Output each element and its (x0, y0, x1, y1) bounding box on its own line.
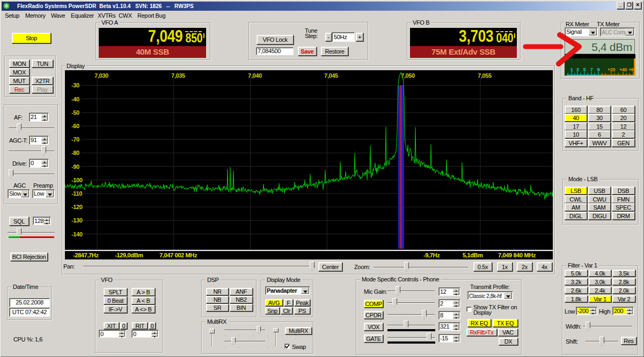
svg-text:-140: -140 (71, 231, 83, 237)
svg-text:-30: -30 (71, 82, 79, 88)
svg-text:-2847,7Hz: -2847,7Hz (73, 252, 99, 258)
svg-text:7,050: 7,050 (401, 72, 415, 79)
svg-text:+6: +6 (628, 67, 634, 72)
svg-text:-40: -40 (71, 96, 79, 102)
svg-text:-90: -90 (71, 163, 79, 170)
svg-text:-70: -70 (71, 136, 79, 143)
svg-text:-129,0dBm: -129,0dBm (115, 252, 143, 258)
svg-text:-9,7Hz: -9,7Hz (423, 252, 440, 258)
svg-text:+20: +20 (608, 67, 616, 72)
svg-text:-130: -130 (71, 217, 83, 224)
svg-text:7,040: 7,040 (248, 72, 262, 79)
svg-text:-50: -50 (71, 109, 79, 116)
svg-text:7,045: 7,045 (324, 72, 338, 79)
svg-text:7,035: 7,035 (171, 72, 185, 79)
svg-text:7,030: 7,030 (94, 72, 108, 79)
svg-text:7,055: 7,055 (478, 72, 492, 79)
svg-text:+40: +40 (619, 67, 627, 72)
svg-text:5,1dBm: 5,1dBm (463, 252, 483, 258)
svg-text:-80: -80 (71, 150, 79, 156)
svg-text:-60: -60 (71, 123, 79, 129)
svg-text:7,049 840 MHz: 7,049 840 MHz (498, 252, 536, 258)
svg-text:-100: -100 (71, 177, 83, 183)
svg-text:-110: -110 (71, 190, 82, 197)
svg-text:7,047 002 MHz: 7,047 002 MHz (159, 252, 197, 258)
svg-text:7: 7 (590, 67, 593, 72)
svg-text:-120: -120 (71, 204, 83, 210)
svg-text:9: 9 (597, 67, 600, 72)
